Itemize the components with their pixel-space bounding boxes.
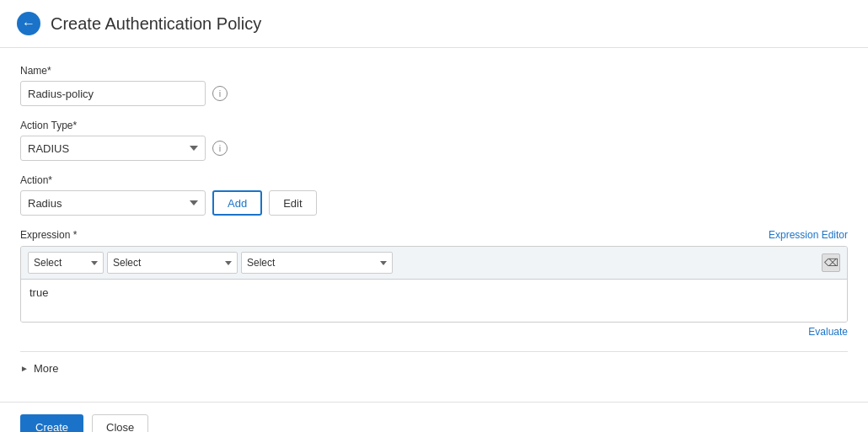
expression-select-2[interactable]: Select <box>107 252 238 274</box>
clear-expression-button[interactable]: ⌫ <box>822 253 840 272</box>
edit-button[interactable]: Edit <box>269 190 316 216</box>
expression-section: Expression * Expression Editor Select Se… <box>20 229 848 341</box>
add-button[interactable]: Add <box>212 190 262 216</box>
action-type-group: Action Type* RADIUS LDAP LOCAL i <box>20 120 848 161</box>
action-type-label: Action Type* <box>20 120 848 131</box>
expression-select-1[interactable]: Select <box>28 252 104 274</box>
chevron-right-icon: ► <box>20 364 29 373</box>
more-toggle-button[interactable]: ► More <box>20 362 59 375</box>
create-button[interactable]: Create <box>20 414 83 432</box>
name-info-icon[interactable]: i <box>212 86 228 101</box>
action-select[interactable]: Radius <box>20 190 206 216</box>
name-label: Name* <box>20 65 848 77</box>
expression-editor-link[interactable]: Expression Editor <box>769 229 848 241</box>
evaluate-link[interactable]: Evaluate <box>808 326 848 338</box>
action-label: Action* <box>20 174 848 186</box>
more-section: ► More <box>20 351 848 385</box>
action-type-row: RADIUS LDAP LOCAL i <box>20 136 848 161</box>
form-content: Name* i Action Type* RADIUS LDAP LOCAL i <box>0 48 868 402</box>
expression-label: Expression * <box>20 229 77 241</box>
expression-selects-row: Select Select Select ⌫ <box>21 247 847 280</box>
close-button[interactable]: Close <box>92 414 148 432</box>
expression-box: Select Select Select ⌫ true <box>20 246 848 323</box>
footer: Create Close <box>0 402 868 432</box>
expression-value: true <box>29 286 48 299</box>
page-header: ← Create Authentication Policy <box>0 0 868 48</box>
expression-text-area: true <box>21 280 847 322</box>
name-row: i <box>20 81 848 106</box>
action-type-select[interactable]: RADIUS LDAP LOCAL <box>20 136 206 161</box>
action-row: Radius Add Edit <box>20 190 848 216</box>
name-input[interactable] <box>20 81 206 106</box>
page-title: Create Authentication Policy <box>51 14 261 34</box>
expression-select-3[interactable]: Select <box>241 252 393 274</box>
expression-header: Expression * Expression Editor <box>20 229 848 241</box>
action-group: Action* Radius Add Edit <box>20 174 848 216</box>
back-icon: ← <box>22 16 35 31</box>
action-type-info-icon[interactable]: i <box>212 141 228 156</box>
evaluate-row: Evaluate <box>20 323 848 341</box>
name-group: Name* i <box>20 65 848 106</box>
more-label: More <box>34 362 59 375</box>
back-button[interactable]: ← <box>17 12 40 35</box>
